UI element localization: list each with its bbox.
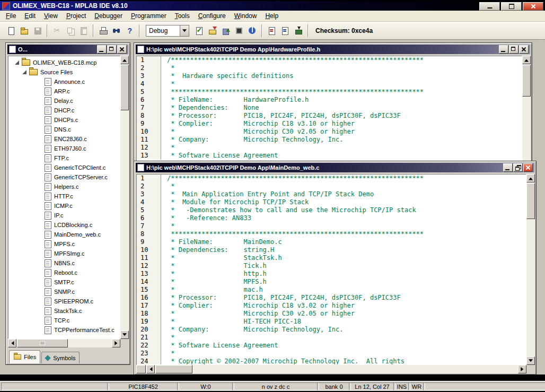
make-button[interactable]: [278, 24, 292, 38]
editor2-code-area[interactable]: 1/**************************************…: [136, 174, 526, 365]
maximize-button[interactable]: [501, 2, 522, 11]
tree-item-MPFSImg.c[interactable]: MPFSImg.c: [8, 249, 120, 258]
editor1-close-button[interactable]: [519, 45, 529, 54]
tree-item-Delay.c[interactable]: Delay.c: [8, 96, 120, 106]
menu-item-view[interactable]: View: [40, 11, 62, 21]
copy-button[interactable]: [64, 24, 77, 38]
tree-item-SPIEEPROM.c[interactable]: SPIEEPROM.c: [8, 297, 120, 306]
open-file-button[interactable]: [17, 24, 31, 38]
menu-item-window[interactable]: Window: [230, 11, 261, 21]
expand-triangle-icon[interactable]: [22, 70, 27, 74]
tree-item-ETH97J60.c[interactable]: ETH97J60.c: [8, 144, 120, 153]
export-button[interactable]: [219, 24, 232, 38]
tree-item-IP.c[interactable]: IP.c: [8, 211, 120, 220]
tree-item-DNS.c[interactable]: DNS.c: [8, 125, 120, 134]
project-window-titlebar[interactable]: O...: [7, 45, 128, 54]
scroll-up-button[interactable]: [522, 56, 531, 64]
tree-item-GenericTCPServer.c[interactable]: GenericTCPServer.c: [8, 172, 120, 182]
scroll-thumb[interactable]: [522, 65, 531, 97]
tree-item-ARP.c[interactable]: ARP.c: [8, 86, 120, 96]
tree-item-project-root[interactable]: OLIMEX_WEB-C18.mcp: [8, 58, 120, 67]
save-button[interactable]: [31, 24, 44, 38]
tree-item-MainDemo_web.c[interactable]: MainDemo_web.c: [8, 230, 120, 239]
menu-item-programmer[interactable]: Programmer: [127, 11, 171, 21]
tab-symbols[interactable]: Symbols: [41, 352, 80, 363]
editor2-titlebar[interactable]: H:\pic web\MCHPStack402\TCPIP Demo App\M…: [136, 163, 534, 172]
debug-mode-select[interactable]: Debug: [146, 25, 189, 37]
tree-item-HTTP.c[interactable]: HTTP.c: [8, 191, 120, 201]
menu-item-configure[interactable]: Configure: [194, 11, 230, 21]
editor2-minimize-button[interactable]: [503, 163, 513, 172]
paste-button[interactable]: [77, 24, 90, 38]
help-button[interactable]: [123, 24, 136, 38]
tree-item-DHCP.c[interactable]: DHCP.c: [8, 106, 120, 115]
editor2-close-button[interactable]: [523, 163, 533, 172]
tree-item-DHCPs.c[interactable]: DHCPs.c: [8, 115, 120, 125]
scroll-up-button[interactable]: [526, 174, 535, 182]
editor1-titlebar[interactable]: H:\pic web\MCHPStack402\TCPIP Demo App\H…: [136, 45, 530, 54]
menu-item-debugger[interactable]: Debugger: [90, 11, 127, 21]
project-vertical-scrollbar[interactable]: [120, 56, 129, 339]
scroll-thumb[interactable]: [17, 339, 68, 347]
tree-item-TCPPerformanceTest.c[interactable]: TCPPerformanceTest.c: [8, 325, 120, 335]
tree-item-source-files[interactable]: Source Files: [8, 67, 120, 77]
tree-item-label: GenericTCPServer.c: [54, 174, 108, 180]
tree-item-LCDBlocking.c[interactable]: LCDBlocking.c: [8, 220, 120, 230]
new-file-button[interactable]: [4, 24, 17, 38]
project-minimize-button[interactable]: [97, 45, 107, 54]
editor2-horizontal-scrollbar[interactable]: [136, 365, 526, 373]
cut-button[interactable]: [50, 24, 64, 38]
editor2-restore-button[interactable]: [513, 163, 523, 172]
scroll-left-button[interactable]: [8, 339, 16, 347]
combo-dropdown-button[interactable]: [180, 25, 189, 36]
scroll-right-button[interactable]: [518, 365, 526, 373]
device-button[interactable]: [232, 24, 245, 38]
scroll-thumb[interactable]: [120, 65, 129, 110]
tree-item-SMTP.c[interactable]: SMTP.c: [8, 277, 120, 287]
print-button[interactable]: [96, 24, 110, 38]
tree-item-MPFS.c[interactable]: MPFS.c: [8, 239, 120, 249]
tree-item-SNMP.c[interactable]: SNMP.c: [8, 287, 120, 297]
project-horizontal-scrollbar[interactable]: [8, 339, 120, 347]
tree-item-Reboot.c[interactable]: Reboot.c: [8, 268, 120, 277]
pane-splitter-handle[interactable]: [136, 365, 146, 373]
tree-item-NBNS.c[interactable]: NBNS.c: [8, 258, 120, 268]
tab-files[interactable]: Files: [9, 350, 40, 363]
scroll-thumb[interactable]: [526, 183, 535, 219]
scroll-up-button[interactable]: [120, 56, 129, 64]
tree-item-Announce.c[interactable]: Announce.c: [8, 77, 120, 86]
find-button[interactable]: [110, 24, 123, 38]
editor2-vertical-scrollbar[interactable]: [526, 174, 535, 365]
info-button[interactable]: [245, 24, 259, 38]
project-tree[interactable]: OLIMEX_WEB-C18.mcp Source Files Announce…: [8, 56, 120, 339]
scroll-right-button[interactable]: [112, 339, 120, 347]
scroll-down-button[interactable]: [526, 356, 535, 365]
tree-item-StackTsk.c[interactable]: StackTsk.c: [8, 306, 120, 316]
project-maximize-button[interactable]: [107, 45, 117, 54]
menu-item-project[interactable]: Project: [62, 11, 90, 21]
build-button[interactable]: [265, 24, 278, 38]
menu-item-help[interactable]: Help: [261, 11, 283, 21]
project-close-button[interactable]: [117, 45, 127, 54]
menu-item-edit[interactable]: Edit: [20, 11, 40, 21]
program-button[interactable]: [292, 24, 305, 38]
scroll-thumb[interactable]: [155, 365, 192, 373]
editor1-minimize-button[interactable]: [499, 45, 508, 54]
tree-item-ENC28J60.c[interactable]: ENC28J60.c: [8, 134, 120, 144]
tree-item-FTP.c[interactable]: FTP.c: [8, 153, 120, 163]
import-button[interactable]: [206, 24, 219, 38]
menu-item-tools[interactable]: Tools: [171, 11, 194, 21]
menu-item-file[interactable]: File: [2, 11, 20, 21]
tree-item-TCP.c[interactable]: TCP.c: [8, 316, 120, 325]
expand-triangle-icon[interactable]: [15, 60, 19, 65]
tree-item-Helpers.c[interactable]: Helpers.c: [8, 182, 120, 191]
app-titlebar[interactable]: OLIMEX_WEB-C18 - MPLAB IDE v8.10: [0, 1, 545, 11]
scroll-left-button[interactable]: [146, 365, 155, 373]
minimize-button[interactable]: [479, 2, 500, 11]
tree-item-ICMP.c[interactable]: ICMP.c: [8, 201, 120, 211]
tree-item-GenericTCPClient.c[interactable]: GenericTCPClient.c: [8, 163, 120, 172]
scroll-down-button[interactable]: [120, 330, 129, 339]
checklist-button[interactable]: [192, 24, 206, 38]
close-button[interactable]: [523, 2, 543, 11]
editor1-maximize-button[interactable]: [509, 45, 518, 54]
